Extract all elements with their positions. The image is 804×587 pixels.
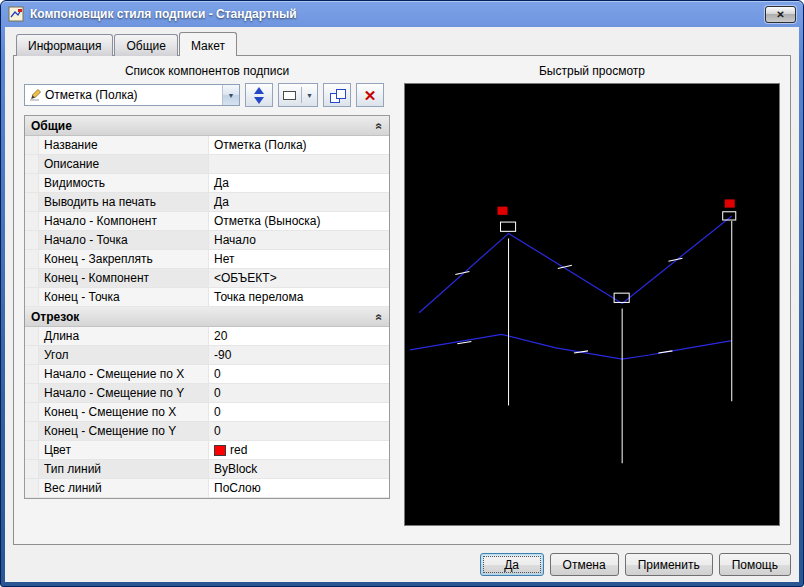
property-value[interactable]: 0 [209, 384, 389, 402]
tab-layout[interactable]: Макет [179, 32, 237, 56]
property-name: Начало - Смещение по Y [39, 384, 209, 402]
property-value[interactable]: -90 [209, 346, 389, 364]
move-up-down-button[interactable] [245, 83, 273, 107]
row-indent [25, 365, 39, 383]
components-caption: Список компонентов подписи [24, 64, 390, 78]
property-value-text: 20 [214, 327, 227, 345]
property-value-text: Нет [214, 250, 234, 268]
section-header-otrezok[interactable]: Отрезок« [25, 307, 389, 327]
property-value-text: 0 [214, 365, 221, 383]
property-row[interactable]: Конец - ЗакреплятьНет [25, 250, 389, 269]
property-grid: Общие«НазваниеОтметка (Полка)ОписаниеВид… [24, 115, 390, 499]
preview-panel: Быстрый просмотр [404, 64, 780, 534]
component-combobox-dropdown[interactable]: ▼ [222, 85, 239, 105]
row-indent [25, 479, 39, 497]
arrow-down-icon [254, 97, 264, 104]
property-row[interactable]: Начало - Смещение по Y0 [25, 384, 389, 403]
chevron-down-icon: ▼ [228, 92, 235, 99]
property-value[interactable]: ByBlock [209, 460, 389, 478]
row-indent [25, 384, 39, 402]
property-name: Начало - Смещение по X [39, 365, 209, 383]
property-row[interactable]: Начало - Смещение по X0 [25, 365, 389, 384]
row-indent [25, 288, 39, 306]
property-name: Длина [39, 327, 209, 345]
property-value-text: red [230, 441, 247, 459]
collapse-icon[interactable]: « [373, 313, 387, 320]
property-value[interactable]: red [209, 441, 389, 459]
property-value[interactable]: 20 [209, 327, 389, 345]
section-header-obschie[interactable]: Общие« [25, 116, 389, 136]
help-button[interactable]: Помощь [719, 553, 791, 576]
property-value-text: Отметка (Полка) [214, 136, 307, 154]
property-name: Начало - Компонент [39, 212, 209, 230]
property-row[interactable]: Конец - Смещение по Y0 [25, 422, 389, 441]
property-value-text: ByBlock [214, 460, 257, 478]
property-value-text: Начало [214, 231, 256, 249]
property-row[interactable]: Начало - КомпонентОтметка (Выноска) [25, 212, 389, 231]
property-value-text: Отметка (Выноска) [214, 212, 320, 230]
arrow-up-icon [254, 87, 264, 94]
property-row[interactable]: Длина20 [25, 327, 389, 346]
row-indent [25, 250, 39, 268]
row-indent [25, 460, 39, 478]
property-value[interactable]: <ОБЪЕКТ> [209, 269, 389, 287]
add-component-split-button[interactable]: ▼ [278, 83, 318, 107]
property-name: Название [39, 136, 209, 154]
property-value[interactable]: 0 [209, 403, 389, 421]
row-indent [25, 327, 39, 345]
property-value[interactable]: Отметка (Полка) [209, 136, 389, 154]
property-row[interactable]: НазваниеОтметка (Полка) [25, 136, 389, 155]
property-row[interactable]: Конец - Смещение по X0 [25, 403, 389, 422]
property-row[interactable]: Угол-90 [25, 346, 389, 365]
preview-drawing [405, 84, 779, 525]
row-indent [25, 269, 39, 287]
delete-icon: ✕ [364, 88, 377, 103]
rectangle-shape-icon [283, 91, 296, 100]
close-button[interactable]: ✕ [765, 6, 796, 23]
property-value[interactable]: 0 [209, 365, 389, 383]
tab-info[interactable]: Информация [16, 34, 113, 56]
property-name: Конец - Смещение по Y [39, 422, 209, 440]
component-combobox-value: Отметка (Полка) [45, 88, 222, 102]
property-value-text: <ОБЪЕКТ> [214, 269, 277, 287]
property-row[interactable]: Начало - ТочкаНачало [25, 231, 389, 250]
property-row[interactable]: Цветred [25, 441, 389, 460]
property-value[interactable]: Да [209, 193, 389, 211]
tabstrip: ИнформацияОбщиеМакет [16, 34, 791, 56]
property-name: Конец - Закреплять [39, 250, 209, 268]
row-indent [25, 231, 39, 249]
copy-component-button[interactable] [323, 83, 351, 107]
section-title: Отрезок [31, 310, 79, 324]
property-row[interactable]: Конец - Компонент<ОБЪЕКТ> [25, 269, 389, 288]
cancel-button[interactable]: Отмена [550, 553, 619, 576]
property-row[interactable]: ВидимостьДа [25, 174, 389, 193]
property-row[interactable]: Вес линийПоСлою [25, 479, 389, 498]
titlebar[interactable]: Компоновщик стиля подписи - Стандартный … [5, 1, 799, 27]
tab-general[interactable]: Общие [114, 34, 177, 56]
apply-button[interactable]: Применить [625, 553, 713, 576]
property-value[interactable]: Нет [209, 250, 389, 268]
property-name: Начало - Точка [39, 231, 209, 249]
preview-caption: Быстрый просмотр [404, 64, 780, 78]
row-indent [25, 441, 39, 459]
property-value[interactable]: ПоСлою [209, 479, 389, 497]
row-indent [25, 212, 39, 230]
property-row[interactable]: Описание [25, 155, 389, 174]
ok-button[interactable]: Да [480, 553, 544, 576]
property-value[interactable] [209, 155, 389, 173]
window-title: Компоновщик стиля подписи - Стандартный [30, 7, 297, 21]
component-combobox[interactable]: Отметка (Полка) ▼ [24, 84, 240, 106]
section-title: Общие [31, 119, 72, 133]
property-value[interactable]: Начало [209, 231, 389, 249]
property-value[interactable]: Отметка (Выноска) [209, 212, 389, 230]
property-value[interactable]: Да [209, 174, 389, 192]
delete-component-button[interactable]: ✕ [356, 83, 384, 107]
property-row[interactable]: Конец - ТочкаТочка перелома [25, 288, 389, 307]
property-row[interactable]: Выводить на печатьДа [25, 193, 389, 212]
property-value[interactable]: 0 [209, 422, 389, 440]
property-row[interactable]: Тип линийByBlock [25, 460, 389, 479]
collapse-icon[interactable]: « [373, 122, 387, 129]
property-name: Угол [39, 346, 209, 364]
dialog-footer: Да Отмена Применить Помощь [13, 553, 791, 576]
property-value[interactable]: Точка перелома [209, 288, 389, 306]
